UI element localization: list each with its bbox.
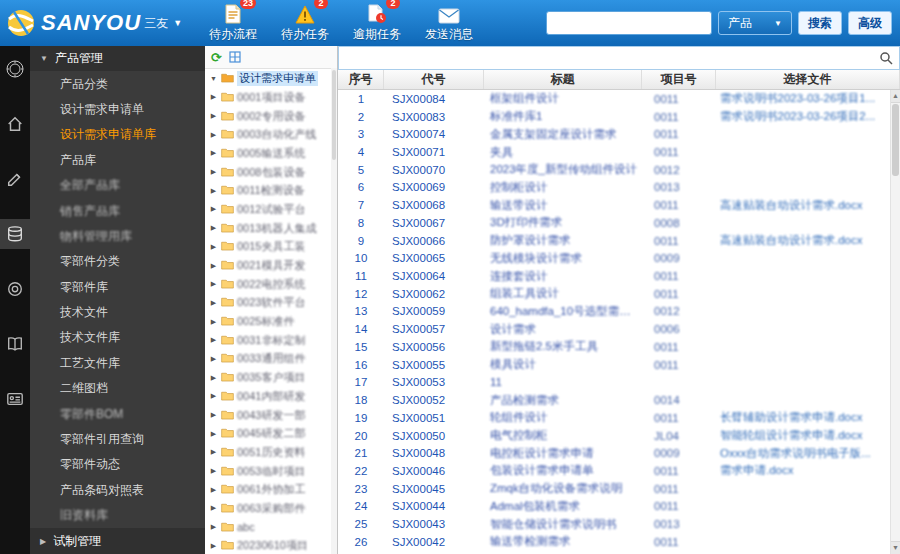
column-header-1[interactable]: 序号	[338, 70, 384, 89]
column-header-5[interactable]: 选择文件	[716, 70, 900, 89]
sidebar-item-11[interactable]: 技术文件库	[30, 325, 205, 350]
quick-item-4[interactable]: 发送消息	[421, 3, 477, 43]
sidebar-item-8[interactable]: 零部件分类	[30, 249, 205, 274]
sidebar-item-1[interactable]: 产品分类	[30, 71, 205, 96]
sidebar-item-6[interactable]: 销售产品库	[30, 198, 205, 223]
cell-file-link[interactable]: Oxxx自动需求说明书电子版...	[716, 446, 890, 461]
layout-grid-icon[interactable]	[229, 51, 241, 63]
quick-item-2[interactable]: 2待办任务	[277, 3, 333, 43]
tree-item-6[interactable]: ▶0011检测设备	[205, 181, 337, 200]
tree-item-24[interactable]: ▶abc	[205, 518, 337, 537]
tree-item-16[interactable]: ▶0035客户项目	[205, 368, 337, 387]
tree-item-1[interactable]: ▶0001项目设备	[205, 88, 337, 107]
tree-item-2[interactable]: ▶0002专用设备	[205, 107, 337, 126]
scroll-up-icon[interactable]: ▲	[891, 90, 900, 103]
sidebar-item-17[interactable]: 产品条码对照表	[30, 478, 205, 503]
advanced-search-button[interactable]: 高级	[848, 11, 892, 35]
cell-file-link[interactable]: 高速贴装自动设计需求.docx	[716, 198, 890, 213]
tree-item-4[interactable]: ▶0005输送系统	[205, 144, 337, 163]
table-row[interactable]: 7SJX00068输送带设计0011高速贴装自动设计需求.docx	[338, 196, 890, 214]
table-filter-input[interactable]	[339, 51, 879, 65]
table-row[interactable]: 8SJX000673D打印件需求0008	[338, 214, 890, 232]
book-icon[interactable]	[0, 329, 30, 359]
tree-item-5[interactable]: ▶0008包装设备	[205, 163, 337, 182]
table-row[interactable]: 2SJX00083标准件库10011需求说明书2023-03-26项目2...	[338, 108, 890, 126]
cell-file-link[interactable]: 高速贴装自动设计需求.docx	[716, 233, 890, 248]
tree-root-item[interactable]: ▼设计需求申请单	[205, 69, 337, 88]
table-row[interactable]: 4SJX00071夹具0011	[338, 143, 890, 161]
column-header-3[interactable]: 标题	[484, 70, 642, 89]
scroll-down-icon[interactable]: ▼	[891, 541, 900, 554]
table-row[interactable]: 22SJX00046包装设计需求申请单0011需求申请.docx	[338, 462, 890, 480]
tree-item-7[interactable]: ▶0012试验平台	[205, 200, 337, 219]
chevron-down-icon[interactable]: ▼	[173, 18, 182, 28]
table-row[interactable]: 14SJX00057设计需求0006	[338, 320, 890, 338]
quick-item-1[interactable]: 23待办流程	[205, 3, 261, 43]
table-row[interactable]: 11SJX00064连接套设计0011	[338, 267, 890, 285]
edit-icon[interactable]	[0, 164, 30, 194]
sidebar-item-7[interactable]: 物料管理用库	[30, 224, 205, 249]
tree-item-21[interactable]: ▶0053临时项目	[205, 462, 337, 481]
tree-scrollbar-thumb[interactable]	[332, 70, 336, 160]
tree-item-22[interactable]: ▶0061外协加工	[205, 480, 337, 499]
column-header-4[interactable]: 项目号	[642, 70, 716, 89]
cell-file-link[interactable]: 需求申请.docx	[716, 463, 890, 478]
database-icon[interactable]	[0, 219, 30, 249]
table-row[interactable]: 13SJX00059640_hamdfa_10号选型需求申...0012	[338, 303, 890, 321]
table-row[interactable]: 3SJX00074金属支架固定座设计需求0011	[338, 125, 890, 143]
home-icon[interactable]	[0, 109, 30, 139]
table-row[interactable]: 12SJX00062组装工具设计0011	[338, 285, 890, 303]
table-row[interactable]: 18SJX00052产品检测需求0014	[338, 391, 890, 409]
sidebar-item-4[interactable]: 产品库	[30, 148, 205, 173]
tree-item-18[interactable]: ▶0043研发一部	[205, 406, 337, 425]
cell-file-link[interactable]: 智能轮组设计需求申请.docx	[716, 428, 890, 443]
org-logo-icon[interactable]	[0, 54, 30, 84]
refresh-icon[interactable]: ⟳	[211, 51, 222, 64]
tree-item-19[interactable]: ▶0045研发二部	[205, 424, 337, 443]
sidebar-item-15[interactable]: 零部件引用查询	[30, 427, 205, 452]
sidebar-item-13[interactable]: 二维图档	[30, 376, 205, 401]
table-row[interactable]: 15SJX00056新型拖链2.5米手工具0011	[338, 338, 890, 356]
tree-item-15[interactable]: ▶0033通用组件	[205, 350, 337, 369]
table-row[interactable]: 5SJX000702023年度_新型传动组件设计0012	[338, 161, 890, 179]
tree-item-3[interactable]: ▶0003自动化产线	[205, 125, 337, 144]
sidebar-item-9[interactable]: 零部件库	[30, 275, 205, 300]
sidebar-item-3[interactable]: 设计需求申请单库	[30, 122, 205, 147]
tree-item-13[interactable]: ▶0025标准件	[205, 312, 337, 331]
column-header-2[interactable]: 代号	[384, 70, 484, 89]
cell-file-link[interactable]: 长臂辅助设计需求申请.docx	[716, 410, 890, 425]
table-row[interactable]: 17SJX0005311	[338, 374, 890, 392]
tree-item-14[interactable]: ▶0031非标定制	[205, 331, 337, 350]
tree-item-10[interactable]: ▶0021模具开发	[205, 256, 337, 275]
tree-item-20[interactable]: ▶0051历史资料	[205, 443, 337, 462]
table-row[interactable]: 25SJX00043智能仓储设计需求说明书0013	[338, 515, 890, 533]
table-row[interactable]: 20SJX00050电气控制柜JL04智能轮组设计需求申请.docx	[338, 427, 890, 445]
quick-item-3[interactable]: 2逾期任务	[349, 3, 405, 43]
sidebar-item-5[interactable]: 全部产品库	[30, 173, 205, 198]
search-category-select[interactable]: 产品 ▼	[718, 11, 792, 35]
tree-item-23[interactable]: ▶0063采购部件	[205, 499, 337, 518]
tree-item-11[interactable]: ▶0022电控系统	[205, 275, 337, 294]
sidebar-item-18[interactable]: 旧资料库	[30, 503, 205, 528]
sidebar-section-0[interactable]: ▼产品管理	[30, 46, 205, 71]
cell-file-link[interactable]: 需求说明书2023-03-26项目2...	[716, 109, 890, 124]
table-row[interactable]: 6SJX00069控制柜设计0013	[338, 179, 890, 197]
sidebar-item-10[interactable]: 技术文件	[30, 300, 205, 325]
tree-item-12[interactable]: ▶0023软件平台	[205, 294, 337, 313]
search-icon[interactable]	[879, 51, 893, 65]
tree-item-8[interactable]: ▶0013机器人集成	[205, 219, 337, 238]
table-row[interactable]: 24SJX00044Admal包装机需求0011	[338, 498, 890, 516]
table-row[interactable]: 21SJX00048电控柜设计需求申请0009Oxxx自动需求说明书电子版...	[338, 444, 890, 462]
tree-item-25[interactable]: ▶20230610项目	[205, 537, 337, 554]
card-icon[interactable]	[0, 384, 30, 414]
sidebar-section-19[interactable]: ▶试制管理	[30, 528, 205, 553]
scrollbar-thumb[interactable]	[892, 104, 899, 176]
table-row[interactable]: 19SJX00051轮组件设计0011长臂辅助设计需求申请.docx	[338, 409, 890, 427]
table-row[interactable]: 1SJX00084框架组件设计0011需求说明书2023-03-26项目1...	[338, 90, 890, 108]
table-row[interactable]: 16SJX00055模具设计0011	[338, 356, 890, 374]
table-row[interactable]: 23SJX00045Zmqk自动化设备需求说明0011	[338, 480, 890, 498]
table-row[interactable]: 9SJX00066防护罩设计需求0011高速贴装自动设计需求.docx	[338, 232, 890, 250]
search-button[interactable]: 搜索	[798, 11, 842, 35]
app-logo[interactable]: SANYOU 三友 ▼	[6, 8, 191, 38]
target-icon[interactable]	[0, 274, 30, 304]
